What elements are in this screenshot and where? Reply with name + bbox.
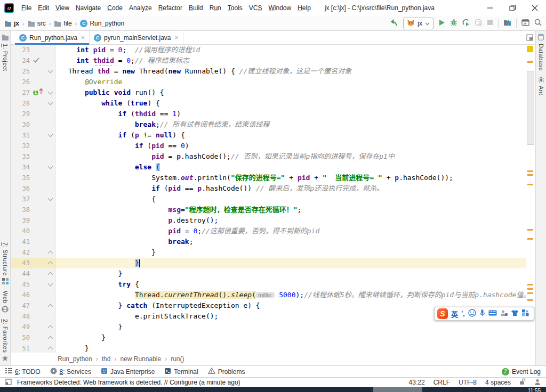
fold-marker[interactable] bbox=[46, 162, 55, 173]
project-structure-icon[interactable] bbox=[503, 19, 511, 28]
fold-marker[interactable] bbox=[46, 98, 55, 109]
editor-breadcrumb-item[interactable]: thd bbox=[102, 355, 111, 363]
fold-marker[interactable] bbox=[46, 322, 55, 332]
gutter[interactable]: 29 bbox=[11, 109, 55, 119]
caret-position[interactable]: 43:22 bbox=[409, 379, 425, 386]
fold-marker[interactable] bbox=[46, 343, 55, 353]
gutter[interactable]: 49 bbox=[11, 322, 55, 332]
gutter[interactable]: 23 bbox=[11, 45, 55, 55]
gutter[interactable]: 39 bbox=[11, 215, 55, 226]
close-button[interactable] bbox=[524, 0, 546, 16]
file-encoding[interactable]: UTF-8 bbox=[459, 379, 477, 386]
minimize-button[interactable] bbox=[479, 0, 501, 16]
gutter[interactable]: 36 bbox=[11, 183, 55, 194]
debug-button[interactable] bbox=[450, 19, 457, 28]
fold-marker[interactable] bbox=[46, 130, 55, 141]
menu-file[interactable]: File bbox=[18, 0, 35, 16]
tab-Run_python.java[interactable]: CRun_python.java× bbox=[15, 31, 90, 44]
toolwindow-toggle-icon[interactable] bbox=[5, 379, 12, 387]
stripe-button-2-favorites[interactable]: 2: Favorites bbox=[2, 316, 9, 365]
breadcrumb-item-jx[interactable]: jx bbox=[4, 20, 19, 27]
ime-toolbar[interactable]: S 英 ’, bbox=[434, 307, 534, 321]
gutter[interactable]: 41 bbox=[11, 236, 55, 247]
menu-help[interactable]: Help bbox=[294, 0, 314, 16]
indent-setting[interactable]: 4 spaces bbox=[485, 379, 511, 386]
skin-icon[interactable] bbox=[511, 309, 519, 318]
fold-marker[interactable] bbox=[46, 87, 55, 98]
sogou-logo-icon[interactable]: S bbox=[437, 308, 448, 319]
menu-vcs[interactable]: VCS bbox=[246, 0, 266, 16]
menu-navigate[interactable]: Navigate bbox=[73, 0, 104, 16]
gutter[interactable]: 50 bbox=[11, 332, 55, 343]
line-ending[interactable]: CRLF bbox=[433, 379, 450, 386]
menu-edit[interactable]: Edit bbox=[35, 0, 52, 16]
gutter[interactable]: 34 bbox=[11, 162, 55, 173]
toolwindow-button-6-todo[interactable]: 6: TODO bbox=[5, 368, 41, 375]
stripe-button-web[interactable]: Web bbox=[2, 288, 9, 316]
toolwindow-button-terminal[interactable]: Terminal bbox=[164, 368, 198, 376]
fold-marker[interactable] bbox=[46, 66, 55, 77]
run-configuration-select[interactable]: jx bbox=[403, 18, 433, 29]
ime-punctuation-toggle[interactable]: ’, bbox=[461, 310, 465, 317]
virtual-keyboard-icon[interactable] bbox=[488, 310, 497, 317]
gutter[interactable]: 33 bbox=[11, 151, 55, 162]
gutter[interactable]: 31 bbox=[11, 130, 55, 141]
gutter[interactable]: 24 bbox=[11, 55, 55, 66]
toolbox-icon[interactable] bbox=[522, 309, 529, 318]
fold-marker[interactable] bbox=[46, 300, 55, 311]
account-icon[interactable] bbox=[500, 309, 508, 318]
inspection-status-icon[interactable] bbox=[527, 46, 533, 52]
menu-build[interactable]: Build bbox=[186, 0, 206, 16]
breadcrumb-item-file[interactable]: file bbox=[54, 20, 71, 27]
run-button[interactable] bbox=[438, 19, 445, 28]
fold-marker[interactable] bbox=[46, 268, 55, 279]
search-everywhere-icon[interactable] bbox=[534, 19, 542, 28]
menu-tools[interactable]: Tools bbox=[224, 0, 246, 16]
editor-breadcrumb-item[interactable]: Run_python bbox=[58, 355, 92, 363]
windows-taskbar[interactable]: 11:55 bbox=[0, 387, 546, 392]
fold-marker[interactable] bbox=[46, 258, 55, 268]
user-icon[interactable] bbox=[534, 379, 541, 387]
toolwindow-button-problems[interactable]: Problems bbox=[208, 368, 245, 375]
gutter[interactable]: 28 bbox=[11, 98, 55, 109]
event-log-button[interactable]: 2Event Log bbox=[502, 368, 541, 375]
microphone-icon[interactable] bbox=[479, 309, 485, 318]
stripe-button-7-structure[interactable]: 7: Structure bbox=[2, 240, 9, 288]
taskbar-button[interactable] bbox=[373, 387, 422, 392]
menu-code[interactable]: Code bbox=[104, 0, 126, 16]
menu-window[interactable]: Window bbox=[265, 0, 294, 16]
gutter[interactable]: 27I bbox=[11, 87, 55, 98]
stripe-button-ant[interactable]: Ant bbox=[538, 74, 544, 98]
toolwindow-button-8-services[interactable]: 8: Services bbox=[50, 368, 91, 376]
gutter[interactable]: 30 bbox=[11, 119, 55, 130]
tab-close-icon[interactable]: × bbox=[81, 34, 85, 42]
gutter[interactable]: 48 bbox=[11, 311, 55, 322]
run-anything-icon[interactable] bbox=[521, 19, 529, 28]
menu-run[interactable]: Run bbox=[206, 0, 224, 16]
breadcrumb-item-src[interactable]: src bbox=[28, 20, 46, 27]
gutter[interactable]: 43 bbox=[11, 258, 55, 268]
gutter[interactable]: 44 bbox=[11, 268, 55, 279]
build-arrow-icon[interactable] bbox=[389, 18, 398, 28]
gutter[interactable]: 40 bbox=[11, 226, 55, 236]
ime-language-toggle[interactable]: 英 bbox=[451, 309, 458, 319]
implementing-marker-icon[interactable]: I bbox=[33, 90, 38, 95]
gutter[interactable]: 47 bbox=[11, 300, 55, 311]
gutter[interactable]: 38 bbox=[11, 205, 55, 215]
run-with-coverage-button[interactable] bbox=[462, 19, 470, 28]
editor-breadcrumb-item[interactable]: new Runnable bbox=[120, 355, 161, 363]
override-marker-icon[interactable] bbox=[39, 87, 43, 98]
gutter[interactable]: 46 bbox=[11, 290, 55, 300]
scrollbar-thumb[interactable] bbox=[527, 71, 534, 145]
gutter[interactable]: 32 bbox=[11, 141, 55, 151]
tab-close-icon[interactable]: × bbox=[175, 34, 179, 42]
restore-button[interactable] bbox=[501, 0, 524, 16]
stripe-button-1-project[interactable]: 1: Project bbox=[2, 31, 9, 74]
fold-marker[interactable] bbox=[46, 332, 55, 343]
breadcrumb-item-run_python[interactable]: CRun_python bbox=[80, 20, 124, 27]
gutter[interactable]: 35 bbox=[11, 173, 55, 183]
gutter[interactable]: 42 bbox=[11, 247, 55, 258]
fold-marker[interactable] bbox=[46, 279, 55, 290]
emoji-icon[interactable] bbox=[468, 309, 476, 318]
editor-breadcrumb-item[interactable]: run() bbox=[171, 355, 184, 363]
